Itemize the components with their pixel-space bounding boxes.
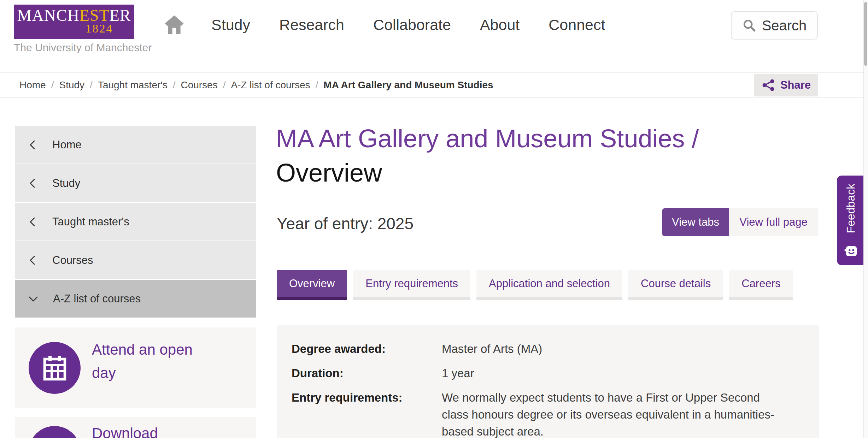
sidebar-nav: Home Study Taught master's Courses A-Z l… <box>15 126 256 318</box>
page-scrollbar <box>863 0 868 438</box>
download-card[interactable]: Download <box>15 417 256 438</box>
breadcrumb-current-page: MA Art Gallery and Museum Studies <box>323 79 493 91</box>
breadcrumb-az-list[interactable]: A-Z list of courses <box>231 79 310 91</box>
search-label: Search <box>762 18 807 34</box>
year-of-entry: Year of entry: 2025 <box>277 214 414 233</box>
fact-label: Duration: <box>292 365 442 382</box>
home-nav-button[interactable] <box>164 14 184 35</box>
nav-item-about[interactable]: About <box>480 16 520 34</box>
share-button[interactable]: Share <box>754 74 818 96</box>
fact-row: Degree awarded: Master of Arts (MA) <box>292 341 805 357</box>
fact-row: Entry requirements: We normally expect s… <box>292 389 805 438</box>
primary-nav: Study Research Collaborate About Connect <box>211 7 605 42</box>
tab-overview[interactable]: Overview <box>277 270 347 300</box>
open-day-card[interactable]: Attend an open day <box>15 327 256 408</box>
search-icon <box>742 18 756 32</box>
breadcrumb-home[interactable]: Home <box>19 79 46 91</box>
chevron-left-icon <box>28 255 38 266</box>
fact-value: 1 year <box>442 365 474 382</box>
sidebar-item-home[interactable]: Home <box>15 126 256 164</box>
breadcrumb-separator: / <box>90 79 93 91</box>
scrollbar-thumb[interactable] <box>864 2 867 66</box>
chevron-left-icon <box>28 178 38 189</box>
feedback-label: Feedback <box>844 184 857 233</box>
sidebar-item-taught-masters[interactable]: Taught master's <box>15 203 256 241</box>
sidebar-item-study[interactable]: Study <box>15 164 256 202</box>
fact-label: Degree awarded: <box>292 341 442 357</box>
chevron-left-icon <box>28 216 38 227</box>
view-toggle: View tabs View full page <box>662 208 818 236</box>
fact-value: We normally expect students to have a Fi… <box>442 389 776 438</box>
feedback-smiley-icon <box>843 243 858 259</box>
search-button[interactable]: Search <box>731 11 818 40</box>
logo-wordmark: MANCHESTER <box>14 7 134 24</box>
fact-value: Master of Arts (MA) <box>442 341 542 357</box>
tab-course-details[interactable]: Course details <box>628 270 723 300</box>
breadcrumb-separator: / <box>51 79 54 91</box>
tab-application-and-selection[interactable]: Application and selection <box>476 270 622 300</box>
nav-item-collaborate[interactable]: Collaborate <box>373 16 451 34</box>
sidebar-item-label: Courses <box>52 254 93 267</box>
download-label: Download <box>92 422 219 438</box>
chevron-left-icon <box>28 139 38 150</box>
sidebar-item-label: Home <box>52 138 82 151</box>
share-label: Share <box>780 79 811 91</box>
tab-careers[interactable]: Careers <box>729 270 793 300</box>
fact-label: Entry requirements: <box>292 389 442 438</box>
sidebar-item-courses[interactable]: Courses <box>15 241 256 279</box>
sidebar-item-label: Study <box>52 177 80 190</box>
share-icon <box>762 78 776 92</box>
nav-item-research[interactable]: Research <box>279 16 344 34</box>
breadcrumb-separator: / <box>223 79 226 91</box>
sidebar-item-az-list-active[interactable]: A-Z list of courses <box>15 280 256 318</box>
course-facts-panel: Degree awarded: Master of Arts (MA) Dura… <box>277 325 819 438</box>
sidebar-item-label: A-Z list of courses <box>53 292 141 305</box>
breadcrumb-courses[interactable]: Courses <box>181 79 217 91</box>
download-badge <box>29 426 81 438</box>
sidebar-item-label: Taught master's <box>52 215 129 228</box>
calendar-badge <box>29 342 81 394</box>
breadcrumb: Home / Study / Taught master's / Courses… <box>19 73 493 97</box>
nav-item-study[interactable]: Study <box>211 16 250 34</box>
breadcrumb-separator: / <box>173 79 176 91</box>
chevron-down-icon <box>28 294 39 304</box>
university-logo[interactable]: MANCHESTER 1824 <box>14 5 134 39</box>
view-tabs-button[interactable]: View tabs <box>662 208 729 236</box>
logo-year: 1824 <box>14 23 134 35</box>
course-tabs: Overview Entry requirements Application … <box>277 270 793 300</box>
nav-item-connect[interactable]: Connect <box>549 16 605 34</box>
section-title: Overview <box>276 156 699 190</box>
open-day-label: Attend an open day <box>92 338 219 385</box>
calendar-icon <box>42 355 68 381</box>
view-full-page-button[interactable]: View full page <box>729 208 818 236</box>
course-title: MA Art Gallery and Museum Studies / <box>276 124 699 153</box>
tab-entry-requirements[interactable]: Entry requirements <box>353 270 470 300</box>
breadcrumb-separator: / <box>316 79 318 91</box>
breadcrumb-taught-masters[interactable]: Taught master's <box>98 79 168 91</box>
home-icon <box>164 14 184 35</box>
breadcrumb-bar: Home / Study / Taught master's / Courses… <box>0 72 868 97</box>
page-title: MA Art Gallery and Museum Studies / Over… <box>276 122 699 190</box>
logo-tagline: The University of Manchester <box>14 42 152 54</box>
feedback-button[interactable]: Feedback <box>837 176 864 265</box>
breadcrumb-study[interactable]: Study <box>59 79 84 91</box>
fact-row: Duration: 1 year <box>292 365 805 382</box>
